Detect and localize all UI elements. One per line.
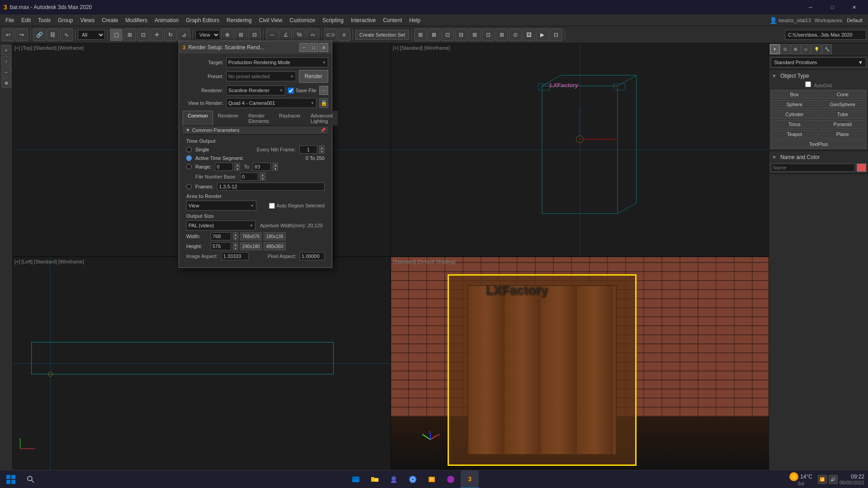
extra-btn-5[interactable]: ⊞ (468, 28, 481, 41)
taskbar-teams[interactable] (385, 470, 403, 488)
autogrid-checkbox[interactable] (805, 81, 811, 87)
minimize-btn[interactable]: ─ (800, 0, 821, 14)
angle-snap-btn[interactable]: ∠ (279, 28, 292, 41)
pct-snap-btn[interactable]: % (293, 28, 306, 41)
textplus-btn[interactable]: TextPlus (771, 140, 866, 149)
menu-graph-editors[interactable]: Graph Editors (182, 16, 223, 24)
select-region-btn[interactable]: ⊞ (123, 28, 136, 41)
extra-btn-1[interactable]: ⊞ (414, 28, 427, 41)
view-combo[interactable]: View (195, 30, 220, 40)
menu-rendering[interactable]: Rendering (223, 16, 255, 24)
area-combo[interactable]: View ▼ (186, 201, 256, 211)
torus-btn[interactable]: Torus (771, 120, 818, 129)
link-btn[interactable]: 🔗 (33, 28, 46, 41)
modify-mode-icon[interactable]: ⊡ (780, 44, 790, 54)
width-input[interactable] (211, 232, 231, 240)
box-btn[interactable]: Box (771, 90, 818, 99)
extra-btn-2[interactable]: ⊠ (428, 28, 440, 41)
save-file-checkbox[interactable] (288, 88, 294, 94)
display-icon[interactable]: 💡 (811, 44, 821, 54)
preset-combo[interactable]: No preset selected ▼ (226, 71, 296, 81)
unlink-btn[interactable]: ⛓ (47, 28, 59, 41)
size-preset-3[interactable]: 240x180 (240, 242, 262, 250)
range-from-up[interactable]: ▲ (235, 163, 240, 167)
lock-icon[interactable]: 🔒 (319, 98, 328, 108)
nth-frame-input[interactable] (299, 145, 317, 154)
motion-icon[interactable]: ▷ (801, 44, 811, 54)
material-btn[interactable]: ⊙ (509, 28, 522, 41)
menu-file[interactable]: File (2, 16, 18, 24)
taskbar-3dsmax[interactable]: 3 (461, 470, 479, 488)
output-format-combo[interactable]: PAL (video) ▼ (186, 221, 255, 230)
taskbar-search[interactable] (22, 470, 40, 488)
height-up[interactable]: ▲ (233, 242, 238, 246)
file-num-down[interactable]: ▼ (260, 177, 265, 181)
tray-sound[interactable]: 🔊 (829, 475, 838, 484)
select-move-btn[interactable]: ✛ (151, 28, 163, 41)
hierarchy-icon[interactable]: ⊞ (791, 44, 801, 54)
create-selection-btn[interactable]: Create Selection Set (355, 30, 409, 40)
spinner-btn[interactable]: ∾ (307, 28, 319, 41)
dialog-close[interactable]: ✕ (319, 43, 328, 52)
taskbar-file-explorer[interactable] (366, 470, 384, 488)
lt-btn-1[interactable]: + (1, 45, 11, 55)
taskbar-chrome[interactable] (404, 470, 422, 488)
extra-btn-4[interactable]: ⊟ (455, 28, 467, 41)
range-from-down[interactable]: ▼ (235, 167, 240, 171)
image-aspect-input[interactable] (222, 252, 249, 260)
render-setup-btn[interactable]: 🖼 (523, 28, 535, 41)
color-swatch[interactable] (857, 164, 866, 172)
menu-group[interactable]: Group (54, 16, 76, 24)
create-mode-icon[interactable]: ✦ (770, 44, 780, 54)
close-btn[interactable]: ✕ (844, 0, 864, 14)
menu-edit[interactable]: Edit (18, 16, 34, 24)
menu-modifiers[interactable]: Modifiers (122, 16, 151, 24)
menu-civil-view[interactable]: Civil View (255, 16, 286, 24)
range-radio[interactable] (186, 164, 192, 169)
redo-btn[interactable]: ↪ (15, 28, 28, 41)
tab-renderer[interactable]: Renderer (213, 111, 244, 126)
taskbar-app1[interactable] (442, 470, 460, 488)
tab-common[interactable]: Common (183, 111, 213, 126)
lt-btn-3[interactable]: ↔ (1, 67, 11, 77)
layers-btn[interactable]: ≡ (338, 28, 350, 41)
select-btn[interactable]: ▢ (110, 28, 123, 41)
renderer-options-btn[interactable]: ··· (319, 86, 328, 95)
range-to-input[interactable] (253, 163, 271, 171)
object-name-input[interactable] (771, 164, 855, 172)
pixel-aspect-input[interactable] (300, 252, 325, 260)
viewport-right[interactable]: [+] [Standard] [Wireframe] LX (391, 43, 769, 256)
select-region2-btn[interactable]: ⊡ (137, 28, 150, 41)
frames-input[interactable] (217, 183, 325, 191)
dialog-maximize[interactable]: □ (309, 43, 318, 52)
tab-advanced-lighting[interactable]: Advanced Lighting (306, 111, 338, 126)
renderer-combo[interactable]: Scanline Renderer ▼ (226, 85, 285, 95)
menu-create[interactable]: Create (98, 16, 122, 24)
range-to-down[interactable]: ▼ (273, 167, 278, 171)
teapot-btn[interactable]: Teapot (771, 130, 818, 139)
target-combo[interactable]: Production Rendering Mode ▼ (226, 57, 328, 67)
active-time-radio[interactable] (186, 155, 192, 161)
std-prim-combo[interactable]: Standard Primitives ▼ (771, 57, 866, 67)
mirror-btn[interactable]: ⊂⊃ (324, 28, 337, 41)
frames-radio[interactable] (186, 184, 192, 189)
viewport-left[interactable]: [+] [Left] [Standard] [Wireframe] (13, 257, 390, 470)
tab-render-elements[interactable]: Render Elements (243, 111, 274, 126)
menu-interactive[interactable]: Interactive (347, 16, 379, 24)
viewport-perspective[interactable]: [Standard] [Default Shading] LXFactory X… (391, 257, 769, 470)
nth-frame-down[interactable]: ▼ (319, 150, 325, 154)
reference-btn[interactable]: ⊕ (221, 28, 234, 41)
common-params-header[interactable]: ▼ Common Parameters 📌 (183, 126, 328, 135)
dialog-title-bar[interactable]: 3 Render Setup: Scanline Rend... ─ □ ✕ (179, 41, 332, 54)
schematic-btn[interactable]: ⊞ (495, 28, 508, 41)
tab-raytracer[interactable]: Raytracer (274, 111, 306, 126)
width-up[interactable]: ▲ (233, 232, 238, 236)
geosphere-btn[interactable]: GeoSphere (819, 100, 867, 109)
utilities-icon[interactable]: 🔧 (822, 44, 832, 54)
menu-views[interactable]: Views (76, 16, 98, 24)
maximize-btn[interactable]: □ (822, 0, 843, 14)
scale-btn[interactable]: ⊿ (178, 28, 190, 41)
cylinder-btn[interactable]: Cylinder (771, 110, 818, 119)
size-preset-1[interactable]: 768x576 (240, 232, 262, 240)
range-to-up[interactable]: ▲ (273, 163, 278, 167)
